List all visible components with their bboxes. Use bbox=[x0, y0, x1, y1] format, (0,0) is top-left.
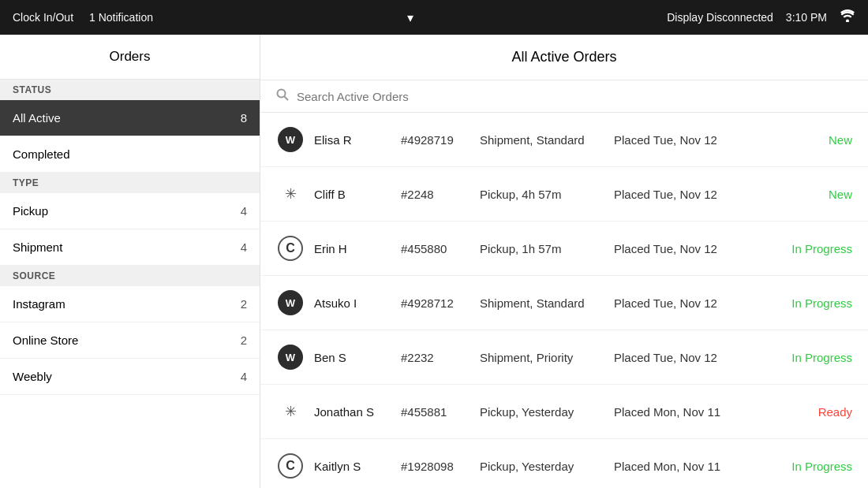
sidebar-item-pickup[interactable]: Pickup4 bbox=[0, 193, 260, 229]
order-number: #1928098 bbox=[401, 460, 480, 473]
content-area: All Active Orders WElisa R#4928719Shipme… bbox=[260, 35, 868, 488]
sidebar-sections: STATUSAll Active8CompletedTYPEPickup4Shi… bbox=[0, 80, 260, 395]
order-number: #2248 bbox=[401, 188, 480, 201]
order-status-badge: New bbox=[765, 188, 852, 201]
order-customer-name: Kaitlyn S bbox=[314, 460, 401, 473]
order-type: Pickup, Yesterday bbox=[480, 460, 614, 473]
order-source-icon: ✳ bbox=[276, 397, 305, 426]
order-source-icon: W bbox=[276, 125, 305, 154]
sidebar-item-label: Instagram bbox=[13, 297, 65, 311]
sidebar-item-label: Online Store bbox=[13, 333, 78, 347]
order-placed-date: Placed Tue, Nov 12 bbox=[614, 133, 765, 147]
sidebar-item-label: Pickup bbox=[13, 204, 48, 218]
order-status-badge: Ready bbox=[765, 405, 852, 419]
order-customer-name: Erin H bbox=[314, 242, 401, 255]
order-source-icon: C bbox=[276, 452, 305, 480]
order-status-badge: New bbox=[765, 133, 852, 147]
content-title: All Active Orders bbox=[260, 35, 868, 80]
orders-list: WElisa R#4928719Shipment, StandardPlaced… bbox=[260, 113, 868, 488]
order-type: Pickup, Yesterday bbox=[480, 405, 614, 419]
section-header-type: TYPE bbox=[0, 173, 260, 193]
order-placed-date: Placed Tue, Nov 12 bbox=[614, 188, 765, 201]
sidebar-item-completed[interactable]: Completed bbox=[0, 136, 260, 173]
sidebar-item-label: All Active bbox=[13, 111, 61, 125]
section-header-status: STATUS bbox=[0, 80, 260, 100]
table-row[interactable]: ✳Jonathan S#455881Pickup, YesterdayPlace… bbox=[260, 385, 868, 439]
wifi-icon bbox=[840, 9, 855, 25]
sidebar-item-instagram[interactable]: Instagram2 bbox=[0, 286, 260, 322]
sidebar-item-label: Completed bbox=[13, 147, 70, 161]
sidebar: Orders STATUSAll Active8CompletedTYPEPic… bbox=[0, 35, 260, 488]
order-source-icon: C bbox=[276, 234, 305, 263]
sidebar-item-count: 4 bbox=[241, 240, 247, 254]
search-input[interactable] bbox=[297, 90, 852, 103]
display-status: Display Disconnected bbox=[667, 11, 773, 24]
chevron-down-icon[interactable]: ▾ bbox=[407, 10, 413, 25]
topbar-right: Display Disconnected 3:10 PM bbox=[667, 9, 855, 25]
sidebar-title: Orders bbox=[0, 35, 260, 80]
table-row[interactable]: CErin H#455880Pickup, 1h 57mPlaced Tue, … bbox=[260, 222, 868, 276]
order-status-badge: In Progress bbox=[765, 460, 852, 473]
table-row[interactable]: CKaitlyn S#1928098Pickup, YesterdayPlace… bbox=[260, 439, 868, 488]
topbar-center: ▾ bbox=[153, 10, 667, 25]
sidebar-item-all-active[interactable]: All Active8 bbox=[0, 100, 260, 136]
order-type: Shipment, Standard bbox=[480, 133, 614, 147]
order-source-icon: W bbox=[276, 343, 305, 371]
search-icon bbox=[276, 88, 289, 104]
sidebar-item-count: 2 bbox=[241, 297, 247, 311]
clock-in-out-label[interactable]: Clock In/Out bbox=[13, 11, 73, 24]
section-header-source: SOURCE bbox=[0, 266, 260, 286]
table-row[interactable]: ✳Cliff B#2248Pickup, 4h 57mPlaced Tue, N… bbox=[260, 167, 868, 222]
sidebar-item-label: Weebly bbox=[13, 370, 52, 383]
order-number: #455881 bbox=[401, 405, 480, 419]
order-placed-date: Placed Mon, Nov 11 bbox=[614, 460, 765, 473]
svg-line-1 bbox=[285, 97, 289, 101]
order-type: Shipment, Standard bbox=[480, 296, 614, 310]
order-type: Pickup, 1h 57m bbox=[480, 242, 614, 255]
order-placed-date: Placed Mon, Nov 11 bbox=[614, 405, 765, 419]
order-number: #4928719 bbox=[401, 133, 480, 147]
main-layout: Orders STATUSAll Active8CompletedTYPEPic… bbox=[0, 35, 868, 488]
order-number: #2232 bbox=[401, 351, 480, 364]
sidebar-item-shipment[interactable]: Shipment4 bbox=[0, 229, 260, 266]
order-type: Pickup, 4h 57m bbox=[480, 188, 614, 201]
order-customer-name: Ben S bbox=[314, 351, 401, 364]
order-customer-name: Elisa R bbox=[314, 133, 401, 147]
order-status-badge: In Progress bbox=[765, 242, 852, 255]
sidebar-item-weebly[interactable]: Weebly4 bbox=[0, 359, 260, 395]
order-type: Shipment, Priority bbox=[480, 351, 614, 364]
order-source-icon: ✳ bbox=[276, 180, 305, 208]
order-status-badge: In Progress bbox=[765, 296, 852, 310]
order-placed-date: Placed Tue, Nov 12 bbox=[614, 351, 765, 364]
sidebar-item-count: 4 bbox=[241, 370, 247, 383]
sidebar-item-count: 2 bbox=[241, 333, 247, 347]
sidebar-item-label: Shipment bbox=[13, 240, 62, 254]
sidebar-item-count: 4 bbox=[241, 204, 247, 218]
order-status-badge: In Progress bbox=[765, 351, 852, 364]
table-row[interactable]: WAtsuko I#4928712Shipment, StandardPlace… bbox=[260, 276, 868, 330]
order-customer-name: Jonathan S bbox=[314, 405, 401, 419]
sidebar-item-count: 8 bbox=[241, 111, 247, 125]
time-display: 3:10 PM bbox=[786, 11, 827, 24]
order-placed-date: Placed Tue, Nov 12 bbox=[614, 296, 765, 310]
sidebar-item-online-store[interactable]: Online Store2 bbox=[0, 322, 260, 359]
topbar: Clock In/Out 1 Notification ▾ Display Di… bbox=[0, 0, 868, 35]
table-row[interactable]: WBen S#2232Shipment, PriorityPlaced Tue,… bbox=[260, 330, 868, 385]
table-row[interactable]: WElisa R#4928719Shipment, StandardPlaced… bbox=[260, 113, 868, 167]
topbar-left: Clock In/Out 1 Notification bbox=[13, 11, 153, 24]
order-source-icon: W bbox=[276, 289, 305, 317]
order-placed-date: Placed Tue, Nov 12 bbox=[614, 242, 765, 255]
svg-point-0 bbox=[278, 90, 286, 98]
notification-label[interactable]: 1 Notification bbox=[89, 11, 153, 24]
order-customer-name: Atsuko I bbox=[314, 296, 401, 310]
order-customer-name: Cliff B bbox=[314, 188, 401, 201]
order-number: #4928712 bbox=[401, 296, 480, 310]
search-bar bbox=[260, 80, 868, 113]
order-number: #455880 bbox=[401, 242, 480, 255]
